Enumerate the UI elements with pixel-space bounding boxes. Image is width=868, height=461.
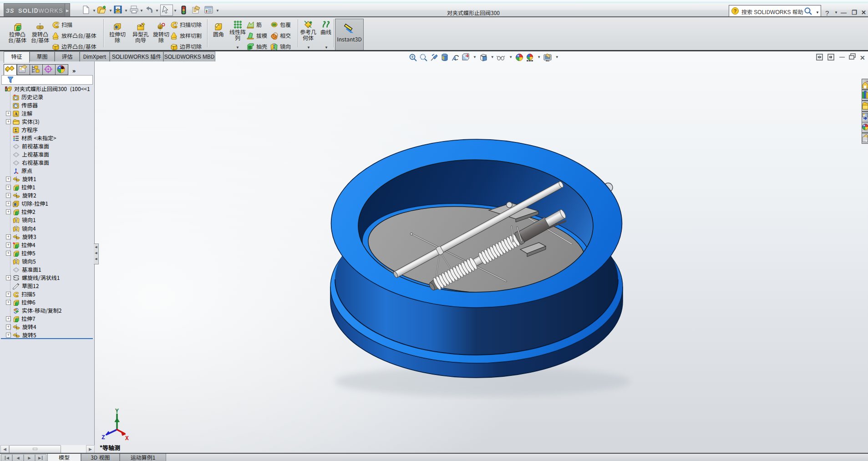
svg-text:X: X [125, 435, 129, 442]
svg-text:Y: Y [115, 408, 119, 415]
svg-text:A: A [14, 111, 18, 117]
svg-text:Z: Z [102, 434, 105, 441]
svg-text:?: ? [734, 7, 737, 14]
svg-text:Σ: Σ [15, 128, 18, 133]
